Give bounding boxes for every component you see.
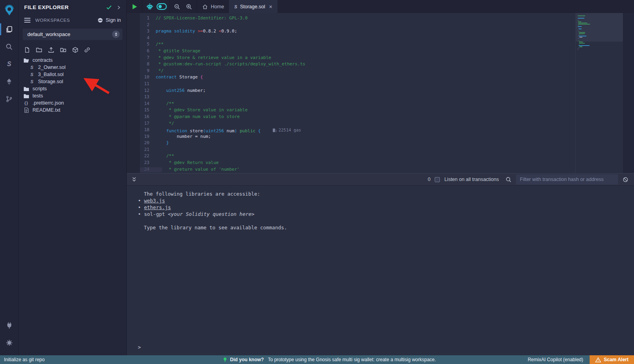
code-line[interactable]: 6 * @title Storage	[140, 48, 575, 55]
code-line[interactable]: 3pragma solidity >=0.8.2 <0.9.0;	[140, 28, 575, 35]
tab-storage-sol[interactable]: S Storage.sol ×	[229, 0, 277, 13]
workspace-sort-icon[interactable]	[112, 30, 120, 38]
transaction-count: 0	[428, 177, 430, 182]
collapse-chevron-icon[interactable]	[116, 5, 121, 10]
file-tree-item-contracts[interactable]: contracts	[19, 57, 126, 64]
search-icon[interactable]	[0, 38, 19, 55]
code-line[interactable]: 4	[140, 35, 575, 42]
solidity-file-icon: S	[234, 4, 237, 9]
terminal-line	[138, 217, 634, 224]
horizontal-scrollbar[interactable]	[140, 167, 162, 172]
settings-gear-icon[interactable]	[0, 334, 19, 351]
solidity-compiler-icon[interactable]: S	[0, 55, 19, 73]
tip-text: To prototype using the Gnosis safe multi…	[268, 357, 436, 362]
code-line[interactable]: 18 function store(uint256 num) public {2…	[140, 127, 575, 133]
code-line[interactable]: 1// SPDX-License-Identifier: GPL-3.0	[140, 15, 575, 22]
clear-console-icon[interactable]	[623, 177, 628, 183]
terminal-output: The following libraries are accessible:•…	[127, 186, 634, 355]
terminal-line: The following libraries are accessible:	[138, 191, 634, 197]
file-tree-item-tests[interactable]: tests	[19, 92, 126, 99]
minimap-viewport[interactable]	[576, 13, 623, 42]
code-line[interactable]: 2	[140, 22, 575, 29]
workspaces-menu-icon[interactable]	[24, 17, 31, 24]
code-line[interactable]: 17 */	[140, 120, 575, 127]
copilot-toggle[interactable]	[157, 0, 167, 13]
deploy-and-run-icon[interactable]	[0, 73, 19, 90]
lightbulb-icon	[223, 357, 227, 363]
sign-in-label: Sign in	[106, 17, 121, 23]
code-line[interactable]: 11	[140, 81, 575, 88]
file-tree-item-scripts[interactable]: scripts	[19, 85, 126, 92]
box-icon[interactable]	[72, 47, 78, 53]
editor-minimap[interactable]	[575, 13, 623, 173]
code-line[interactable]: 15 * @dev Store value in variable	[140, 107, 575, 114]
terminal-line: •web3.js	[138, 197, 634, 204]
file-tree-item-2-owner-sol[interactable]: S2_Owner.sol	[19, 64, 126, 71]
remix-logo-icon[interactable]	[0, 0, 19, 21]
copilot-status[interactable]: RemixAI Copilot (enabled)	[528, 357, 583, 362]
file-explorer-icon[interactable]	[0, 21, 19, 38]
workspace-selector[interactable]: default_workspace	[23, 29, 122, 40]
ai-copilot-robot-icon[interactable]	[145, 0, 155, 13]
git-init-status[interactable]: Initialize as git repo	[0, 357, 131, 362]
line-number: 3	[140, 28, 149, 35]
new-folder-icon[interactable]	[36, 47, 42, 53]
plugin-manager-icon[interactable]	[0, 316, 19, 334]
close-tab-icon[interactable]: ×	[269, 4, 272, 10]
line-number: 18	[140, 127, 149, 133]
transaction-filter-input[interactable]	[516, 174, 618, 185]
solidity-icon: S	[29, 65, 35, 70]
workspace-name: default_workspace	[27, 31, 70, 37]
line-number: 6	[140, 48, 149, 55]
code-line[interactable]: 25 */	[140, 173, 575, 173]
file-name: Storage.sol	[38, 79, 63, 84]
code-line[interactable]: 9 */	[140, 68, 575, 74]
sign-in-button[interactable]: Sign in	[97, 17, 121, 23]
code-line[interactable]: 19 number = num;	[140, 133, 575, 140]
new-file-icon[interactable]	[24, 47, 30, 53]
code-line[interactable]: 22 /**	[140, 153, 575, 160]
code-line[interactable]: 7 * @dev Store & retrieve value in a var…	[140, 55, 575, 61]
json-icon: {}	[23, 101, 29, 105]
code-line[interactable]: 16 * @param num value to store	[140, 114, 575, 120]
link-icon[interactable]	[84, 47, 90, 53]
code-line[interactable]: 12 uint256 number;	[140, 88, 575, 94]
code-line[interactable]: 5/**	[140, 41, 575, 48]
run-script-button[interactable]	[129, 0, 139, 13]
expand-terminal-icon[interactable]	[132, 177, 137, 182]
folder-icon	[23, 86, 29, 91]
upload-file-icon[interactable]	[48, 47, 54, 53]
line-number: 12	[140, 88, 149, 94]
file-explorer-panel: FILE EXPLORER WORKSPACES	[19, 0, 127, 355]
upload-folder-icon[interactable]	[60, 47, 67, 53]
code-line[interactable]: 13	[140, 94, 575, 101]
file-tree-item-3-ballot-sol[interactable]: S3_Ballot.sol	[19, 71, 126, 78]
code-line[interactable]: 10contract Storage {	[140, 74, 575, 81]
zoom-out-icon[interactable]	[172, 0, 182, 13]
file-name: README.txt	[32, 107, 60, 113]
file-tree-item-readme-txt[interactable]: README.txt	[19, 107, 126, 114]
listen-all-transactions-checkbox[interactable]	[435, 177, 440, 182]
code-area[interactable]: 1// SPDX-License-Identifier: GPL-3.023pr…	[140, 13, 575, 173]
library-link-ethers-js[interactable]: ethers.js	[144, 204, 171, 210]
code-line[interactable]: 14 /**	[140, 101, 575, 107]
file-tree-item-storage-sol[interactable]: SStorage.sol	[19, 78, 126, 85]
library-link-web3-js[interactable]: web3.js	[144, 198, 165, 204]
code-editor: 1// SPDX-License-Identifier: GPL-3.023pr…	[127, 13, 634, 173]
git-icon[interactable]	[0, 90, 19, 108]
line-number: 16	[140, 114, 149, 120]
main-area: Home S Storage.sol × 1// SPDX-License-Id…	[127, 0, 634, 355]
terminal-search-icon[interactable]	[506, 177, 512, 183]
file-tree-item--prettierrc-json[interactable]: {}.prettierrc.json	[19, 99, 126, 107]
code-line[interactable]: 21	[140, 147, 575, 153]
line-number: 14	[140, 101, 149, 107]
code-line[interactable]: 24 * @return value of 'number'	[140, 166, 575, 173]
terminal-prompt[interactable]: >	[138, 344, 634, 351]
code-line[interactable]: 8 * @custom:dev-run-script ./scripts/dep…	[140, 61, 575, 68]
scam-alert-button[interactable]: Scam Alert	[590, 355, 634, 364]
code-line[interactable]: 23 * @dev Return value	[140, 160, 575, 166]
code-line[interactable]: 20 }	[140, 140, 575, 147]
status-bar: Initialize as git repo Did you know? To …	[0, 355, 634, 364]
tab-home[interactable]: Home	[197, 0, 229, 13]
zoom-in-icon[interactable]	[184, 0, 194, 13]
